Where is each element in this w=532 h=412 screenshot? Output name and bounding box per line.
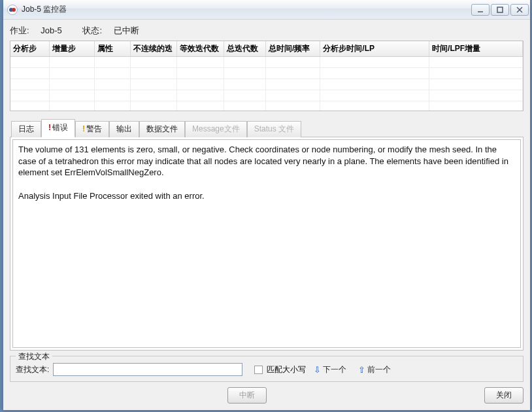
bottom-button-row: 中断 关闭 [3, 386, 530, 410]
column-header[interactable]: 分析步 [10, 41, 50, 57]
table-row [10, 68, 523, 79]
tab-Status 文件: Status 文件 [247, 121, 301, 137]
tab-label: Status 文件 [254, 124, 294, 133]
column-header[interactable]: 增量步 [50, 41, 95, 57]
match-case-label: 匹配大小写 [267, 364, 306, 375]
window-title: Job-5 监控器 [22, 4, 67, 15]
tab-Message文件: Message文件 [185, 121, 247, 137]
tab-错误[interactable]: !错误 [41, 119, 75, 137]
state-label: 状态: [82, 26, 102, 35]
job-label: 作业: [10, 26, 29, 35]
warning-icon: ! [82, 124, 85, 133]
arrow-up-icon: ⇧ [358, 365, 365, 375]
close-button[interactable]: 关闭 [484, 387, 524, 403]
monitor-window: Job-5 监控器 作业: Job-5 状态: 已中断 分析步增量步属性不连续的… [3, 0, 531, 411]
column-header[interactable]: 总时间/频率 [266, 41, 320, 57]
column-header[interactable]: 时间/LPF增量 [429, 41, 523, 57]
state-value: 已中断 [114, 26, 139, 35]
app-icon [7, 5, 18, 15]
arrow-down-icon: ⇩ [314, 365, 321, 375]
search-label: 查找文本: [16, 364, 49, 375]
error-icon: ! [48, 123, 51, 132]
search-legend: 查找文本 [16, 351, 52, 362]
tab-label: 日志 [18, 124, 34, 133]
tab-日志[interactable]: 日志 [11, 121, 41, 137]
close-window-button[interactable] [510, 4, 529, 16]
tab-label: 数据文件 [146, 124, 178, 133]
minimize-button[interactable] [471, 4, 490, 16]
svg-rect-1 [497, 7, 503, 12]
table-row [10, 57, 523, 68]
column-header[interactable]: 总迭代数 [224, 41, 265, 57]
status-line: 作业: Job-5 状态: 已中断 [3, 20, 530, 41]
search-input[interactable] [53, 363, 242, 376]
tab-数据文件[interactable]: 数据文件 [139, 121, 185, 137]
tab-警告[interactable]: !警告 [75, 121, 109, 137]
error-message-2: Analysis Input File Processor exited wit… [18, 190, 515, 202]
tab-label: 错误 [52, 123, 68, 132]
error-message-1: The volume of 131 elements is zero, smal… [18, 144, 515, 179]
table-row [10, 101, 523, 112]
maximize-button[interactable] [491, 4, 509, 16]
interrupt-button[interactable]: 中断 [227, 387, 267, 403]
title-bar: Job-5 监控器 [3, 0, 530, 20]
tab-label: 警告 [86, 124, 102, 133]
table-row [10, 79, 523, 90]
error-log-text[interactable]: The volume of 131 elements is zero, smal… [12, 139, 521, 348]
tab-label: 输出 [116, 124, 132, 133]
log-panel: The volume of 131 elements is zero, smal… [10, 137, 524, 351]
find-prev-button[interactable]: ⇧ 前一个 [354, 364, 395, 375]
column-header[interactable]: 不连续的迭 [130, 41, 176, 57]
search-group: 查找文本 查找文本: 匹配大小写 ⇩ 下一个 ⇧ 前一个 [10, 356, 524, 382]
tab-输出[interactable]: 输出 [109, 121, 139, 137]
job-value: Job-5 [41, 26, 62, 35]
find-next-button[interactable]: ⇩ 下一个 [310, 364, 350, 375]
column-header[interactable]: 属性 [95, 41, 131, 57]
tab-label: Message文件 [192, 124, 240, 133]
table-row [10, 90, 523, 101]
column-header[interactable]: 分析步时间/LP [320, 41, 429, 57]
column-header[interactable]: 等效迭代数 [177, 41, 224, 57]
tab-bar: 日志!错误!警告输出数据文件Message文件Status 文件 [10, 119, 524, 137]
match-case-checkbox[interactable] [254, 366, 263, 374]
iteration-table: 分析步增量步属性不连续的迭等效迭代数总迭代数总时间/频率分析步时间/LP时间/L… [10, 41, 524, 111]
